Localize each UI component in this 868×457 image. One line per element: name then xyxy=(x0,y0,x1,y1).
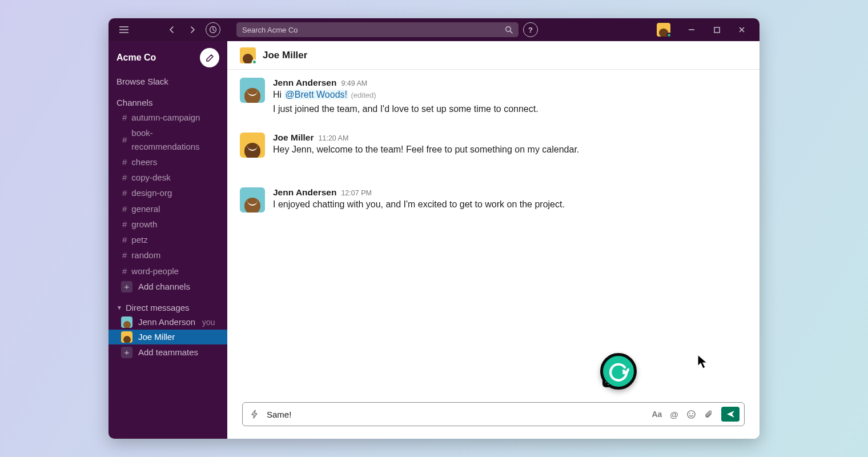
hash-icon: # xyxy=(122,233,127,246)
dm-item[interactable]: Jenn Andersonyou xyxy=(108,315,227,330)
channel-item[interactable]: #copy-desk xyxy=(108,170,227,185)
channel-item[interactable]: #autumn-campaign xyxy=(108,110,227,125)
attach-icon[interactable] xyxy=(704,410,713,419)
message-body: Jenn Andersen9:49 AMHi @Brett Woods! (ed… xyxy=(273,78,539,118)
sidebar: Acme Co Browse Slack Channels #autumn-ca… xyxy=(108,41,227,439)
forward-button[interactable] xyxy=(185,22,200,37)
channel-name: copy-desk xyxy=(131,171,170,184)
browse-slack-link[interactable]: Browse Slack xyxy=(108,73,227,90)
close-button[interactable] xyxy=(734,22,749,37)
channel-item[interactable]: #design-org xyxy=(108,185,227,201)
message-author[interactable]: Jenn Andersen xyxy=(273,78,336,88)
dms-header[interactable]: ▼ Direct messages xyxy=(108,295,227,315)
message-text: I just joined the team, and I'd love to … xyxy=(273,102,539,117)
message-body: Jenn Andersen12:07 PMI enjoyed chatting … xyxy=(273,187,565,227)
channel-name: autumn-campaign xyxy=(131,111,200,124)
channel-item[interactable]: #word-people xyxy=(108,263,227,279)
conversation-avatar[interactable] xyxy=(240,47,256,63)
dm-avatar xyxy=(121,316,132,328)
svg-rect-2 xyxy=(714,27,720,33)
message-time: 12:07 PM xyxy=(341,189,372,197)
message: Jenn Andersen12:07 PMI enjoyed chatting … xyxy=(240,187,747,227)
message-composer[interactable]: Same! Aa @ xyxy=(242,402,745,426)
message-author[interactable]: Jenn Andersen xyxy=(273,187,336,198)
you-tag: you xyxy=(202,318,215,327)
channel-item[interactable]: #cheers xyxy=(108,154,227,170)
hash-icon: # xyxy=(122,111,127,124)
channel-name: petz xyxy=(131,233,147,246)
channel-item[interactable]: #random xyxy=(108,247,227,263)
add-teammates-button[interactable]: + Add teammates xyxy=(108,344,227,360)
lightning-icon[interactable] xyxy=(250,409,260,419)
dm-list: Jenn AndersonyouJoe Miller xyxy=(108,315,227,344)
caret-down-icon: ▼ xyxy=(116,304,122,311)
channel-list: #autumn-campaign#book-recommendations#ch… xyxy=(108,110,227,279)
dm-avatar xyxy=(121,331,132,343)
message-time: 9:49 AM xyxy=(341,79,367,87)
plus-icon: + xyxy=(121,347,132,358)
message-text: Hi @Brett Woods! (edited) xyxy=(273,88,539,102)
messages-list: Jenn Andersen9:49 AMHi @Brett Woods! (ed… xyxy=(227,70,760,402)
main-pane: Joe Miller Jenn Andersen9:49 AMHi @Brett… xyxy=(227,41,760,439)
message: Jenn Andersen9:49 AMHi @Brett Woods! (ed… xyxy=(240,78,747,118)
message-avatar[interactable] xyxy=(240,187,265,213)
message-text: I enjoyed chatting with you, and I'm exc… xyxy=(273,198,565,212)
history-button[interactable] xyxy=(206,22,220,37)
add-channels-button[interactable]: + Add channels xyxy=(108,279,227,295)
channel-name: design-org xyxy=(131,186,172,199)
hash-icon: # xyxy=(122,264,127,278)
composer-area: Same! Aa @ xyxy=(227,402,760,439)
message-body: Joe Miller11:20 AMHey Jenn, welcome to t… xyxy=(273,133,579,173)
help-button[interactable]: ? xyxy=(523,22,538,37)
send-button[interactable] xyxy=(721,407,740,422)
hash-icon: # xyxy=(122,218,127,231)
message: Joe Miller11:20 AMHey Jenn, welcome to t… xyxy=(240,133,747,173)
message-author[interactable]: Joe Miller xyxy=(273,133,314,143)
mouse-cursor xyxy=(697,354,710,370)
channel-item[interactable]: #general xyxy=(108,201,227,217)
hash-icon: # xyxy=(122,133,127,146)
emoji-icon[interactable] xyxy=(686,410,696,419)
channel-item[interactable]: #book-recommendations xyxy=(108,125,227,154)
dm-item[interactable]: Joe Miller xyxy=(108,330,227,344)
search-placeholder: Search Acme Co xyxy=(242,26,298,34)
channel-name: random xyxy=(131,248,160,262)
channel-name: general xyxy=(131,202,160,215)
search-icon xyxy=(505,26,513,34)
workspace-name: Acme Co xyxy=(116,53,156,63)
channel-item[interactable]: #growth xyxy=(108,217,227,232)
user-avatar[interactable] xyxy=(657,23,670,37)
edited-tag: (edited) xyxy=(351,91,376,99)
message-text: Hey Jenn, welcome to the team! Feel free… xyxy=(273,143,579,157)
workspace-header[interactable]: Acme Co xyxy=(108,43,227,73)
plus-icon: + xyxy=(121,281,132,292)
search-input[interactable]: Search Acme Co xyxy=(236,22,519,37)
channel-name: cheers xyxy=(131,155,157,169)
grammarly-widget[interactable] xyxy=(600,353,637,390)
maximize-button[interactable] xyxy=(709,22,724,37)
dm-name: Jenn Anderson xyxy=(138,317,195,327)
message-avatar[interactable] xyxy=(240,133,265,158)
dm-name: Joe Miller xyxy=(138,332,175,342)
compose-button[interactable] xyxy=(200,48,219,67)
channel-name: growth xyxy=(131,218,157,231)
mention-icon[interactable]: @ xyxy=(670,410,678,419)
app-window: Search Acme Co ? xyxy=(108,18,760,439)
channels-header[interactable]: Channels xyxy=(108,90,227,110)
mention[interactable]: @Brett Woods! xyxy=(284,90,348,99)
minimize-button[interactable] xyxy=(684,22,699,37)
hamburger-icon[interactable] xyxy=(116,22,131,37)
hash-icon: # xyxy=(122,155,127,169)
svg-point-4 xyxy=(689,413,690,414)
message-avatar[interactable] xyxy=(240,78,265,103)
channel-name: book-recommendations xyxy=(131,126,219,153)
conversation-header: Joe Miller xyxy=(227,41,760,70)
conversation-title[interactable]: Joe Miller xyxy=(263,50,307,61)
format-icon[interactable]: Aa xyxy=(652,410,662,419)
hash-icon: # xyxy=(122,186,127,199)
hash-icon: # xyxy=(122,202,127,215)
back-button[interactable] xyxy=(164,22,179,37)
titlebar: Search Acme Co ? xyxy=(108,18,760,41)
channel-item[interactable]: #petz xyxy=(108,232,227,247)
svg-point-3 xyxy=(688,410,695,418)
